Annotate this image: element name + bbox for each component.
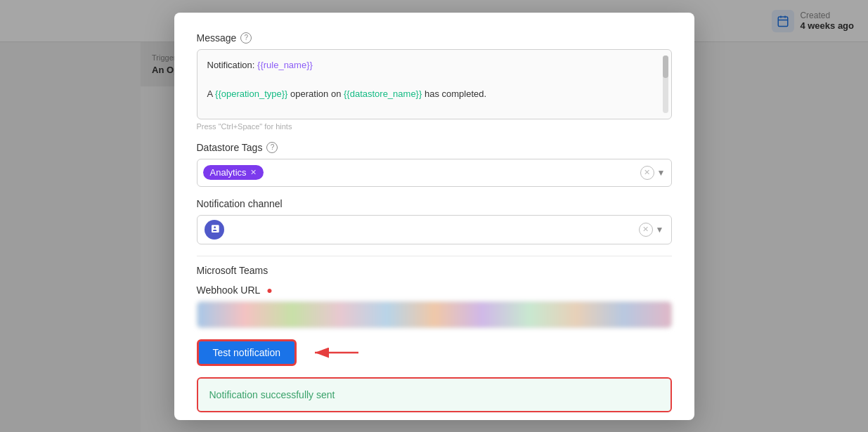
message-textarea[interactable]: Notification: {{rule_name}} A {{operatio…: [197, 49, 672, 119]
analytics-tag-chip[interactable]: Analytics ✕: [203, 165, 264, 180]
operation-type-var: {{operation_type}}: [215, 89, 287, 99]
message-label: Message: [197, 32, 237, 44]
datastore-tags-label: Datastore Tags: [197, 142, 263, 153]
webhook-url-section: Webhook URL ●: [197, 284, 672, 328]
tags-input-container[interactable]: Analytics ✕ ✕ ▼: [197, 159, 672, 187]
channel-input-container[interactable]: ✕ ▼: [197, 215, 672, 244]
webhook-url-label: Webhook URL: [197, 284, 261, 296]
message-help-icon[interactable]: ?: [240, 32, 252, 44]
notification-channel-label: Notification channel: [197, 198, 283, 209]
datastore-name-var: {{datastore_name}}: [344, 89, 422, 99]
channel-clear-icon[interactable]: ✕: [639, 223, 653, 237]
notification-channel-header: Notification channel: [197, 198, 672, 209]
tags-chevron-icon[interactable]: ▼: [657, 168, 666, 178]
modal-backdrop: Message ? Notification: {{rule_name}} A …: [0, 0, 868, 432]
success-notification-box: Notification successfully sent: [197, 377, 672, 412]
webhook-url-header: Webhook URL ●: [197, 284, 672, 296]
rule-name-var: {{rule_name}}: [257, 60, 313, 70]
webhook-url-input[interactable]: [197, 301, 672, 328]
required-indicator: ●: [266, 284, 272, 296]
test-notification-area: Test notification: [197, 339, 672, 366]
channel-chevron-icon[interactable]: ▼: [656, 225, 664, 235]
tags-input-controls: ✕ ▼: [640, 166, 666, 180]
success-message-text: Notification successfully sent: [209, 389, 335, 400]
test-notification-button[interactable]: Test notification: [197, 339, 297, 366]
message-line2: A {{operation_type}} operation on {{data…: [207, 87, 661, 102]
arrow-indicator: [308, 342, 364, 363]
message-section-header: Message ?: [197, 32, 672, 44]
datastore-tags-help-icon[interactable]: ?: [266, 142, 278, 153]
scrollbar-thumb: [663, 55, 668, 79]
teams-icon: [205, 220, 224, 240]
message-hint: Press "Ctrl+Space" for hints: [197, 122, 672, 131]
datastore-tags-section: Datastore Tags ? Analytics ✕ ✕ ▼: [197, 142, 672, 187]
divider: [197, 256, 672, 256]
tags-clear-icon[interactable]: ✕: [640, 166, 654, 180]
message-line1: Notification: {{rule_name}}: [207, 58, 661, 73]
tag-chip-label: Analytics: [210, 167, 247, 178]
ms-teams-label: Microsoft Teams: [197, 265, 672, 276]
message-scrollbar[interactable]: [663, 55, 668, 113]
tag-chip-remove-icon[interactable]: ✕: [250, 168, 257, 177]
notification-channel-section: Notification channel ✕ ▼: [197, 198, 672, 244]
modal-dialog: Message ? Notification: {{rule_name}} A …: [174, 13, 694, 420]
datastore-tags-header: Datastore Tags ?: [197, 142, 672, 153]
